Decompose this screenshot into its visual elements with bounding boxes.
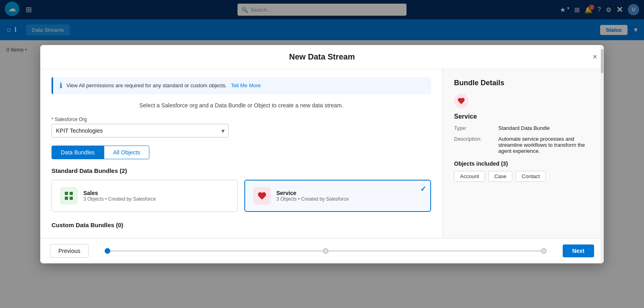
modal-footer: Previous Next (40, 238, 604, 263)
service-bundle-icon (253, 187, 271, 205)
description-text: Select a Salesforce org and a Data Bundl… (52, 102, 431, 109)
svg-rect-4 (65, 197, 68, 200)
new-data-stream-modal: New Data Stream × ℹ View All permissions… (40, 45, 604, 263)
salesforce-org-select[interactable]: KPIT Technologies (52, 124, 229, 138)
previous-button[interactable]: Previous (50, 244, 89, 258)
object-tags: Account Case Contact (454, 171, 592, 182)
bundles-grid: Sales 3 Objects • Created by Salesforce (52, 180, 431, 212)
custom-bundles-section: Custom Data Bundles (0) (52, 222, 431, 228)
sales-bundle-icon (60, 187, 78, 205)
sales-bundle-card[interactable]: Sales 3 Objects • Created by Salesforce (52, 180, 238, 212)
object-tag-case[interactable]: Case (488, 171, 512, 182)
object-tag-account[interactable]: Account (454, 171, 485, 182)
view-toggle: Data Bundles All Objects (52, 146, 431, 159)
custom-bundles-title: Custom Data Bundles (0) (52, 222, 431, 228)
svg-rect-3 (70, 192, 73, 195)
standard-bundles-title: Standard Data Bundles (2) (52, 167, 431, 174)
modal-scrollbar[interactable] (601, 69, 604, 238)
bundle-name-row: Service (454, 113, 592, 120)
progress-track (105, 250, 546, 252)
description-value: Automate service processes and streamlin… (498, 136, 592, 154)
modal-right-panel: Bundle Details Service Type: Standard Da… (443, 69, 604, 238)
service-bundle-checkmark: ✓ (420, 185, 426, 193)
progress-bar (105, 250, 546, 252)
salesforce-org-group: * Salesforce Org KPIT Technologies ▾ (52, 117, 431, 138)
modal-overlay: New Data Stream × ℹ View All permissions… (0, 0, 644, 308)
bundle-name-value: Service (454, 113, 592, 120)
service-bundle-info: Service 3 Objects • Created by Salesforc… (277, 190, 349, 202)
modal-left-panel: ℹ View All permissions are required for … (40, 69, 443, 238)
object-tag-contact[interactable]: Contact (516, 171, 546, 182)
modal-title: New Data Stream (289, 52, 355, 61)
modal-header: New Data Stream × (40, 45, 604, 69)
bundle-details-title: Bundle Details (454, 79, 592, 87)
progress-step-3 (541, 248, 547, 254)
progress-step-2 (323, 248, 328, 254)
modal-scrollbar-thumb (601, 69, 603, 73)
type-label: Type: (454, 125, 498, 131)
salesforce-org-label: * Salesforce Org (52, 117, 431, 122)
info-banner-text: View All permissions are required for an… (66, 82, 227, 88)
objects-included-title: Objects included (3) (454, 160, 592, 167)
svg-rect-5 (70, 197, 73, 200)
description-row: Description: Automate service processes … (454, 136, 592, 154)
salesforce-org-select-wrapper: KPIT Technologies ▾ (52, 124, 229, 138)
data-bundles-tab[interactable]: Data Bundles (52, 146, 104, 159)
footer-left: Previous (50, 244, 89, 258)
service-bundle-card[interactable]: Service 3 Objects • Created by Salesforc… (244, 180, 431, 212)
sales-bundle-info: Sales 3 Objects • Created by Salesforce (83, 190, 156, 202)
service-bundle-subtitle: 3 Objects • Created by Salesforce (277, 196, 349, 202)
modal-close-button[interactable]: × (592, 52, 597, 62)
info-icon: ℹ (60, 81, 62, 90)
next-button[interactable]: Next (563, 244, 594, 257)
sales-bundle-name: Sales (83, 190, 156, 196)
progress-step-1 (105, 248, 110, 254)
type-row: Type: Standard Data Bundle (454, 125, 592, 131)
service-bundle-name: Service (277, 190, 349, 196)
all-objects-tab[interactable]: All Objects (104, 146, 149, 159)
modal-body: ℹ View All permissions are required for … (40, 69, 604, 238)
sales-bundle-subtitle: 3 Objects • Created by Salesforce (83, 196, 156, 202)
tell-me-more-link[interactable]: Tell Me More (231, 82, 261, 88)
info-banner: ℹ View All permissions are required for … (52, 77, 431, 94)
bundle-detail-service-icon (454, 94, 469, 108)
description-label: Description: (454, 136, 498, 142)
svg-rect-2 (65, 192, 68, 195)
type-value: Standard Data Bundle (498, 125, 592, 131)
